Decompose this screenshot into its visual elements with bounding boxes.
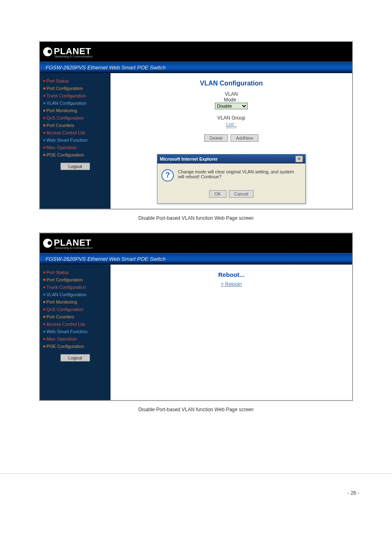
vlan-list-link[interactable]: List : (226, 122, 236, 128)
dialog-title-text: Microsoft Internet Explorer (160, 157, 218, 161)
logo-text: PLANET (54, 46, 91, 56)
logo-subtext: Networking & Communication (55, 55, 92, 58)
mode-label: Mode : (119, 97, 344, 103)
dialog-close-icon[interactable]: × (295, 156, 303, 162)
caption-2: Disable Port-based VLAN function Web Pag… (39, 407, 353, 412)
sidebar-item-poe-config[interactable]: POE Configuration (42, 343, 108, 350)
sidebar-item-vlan-config[interactable]: VLAN Configuration (42, 99, 108, 107)
sidebar-item-qos-config[interactable]: QoS Configuration (42, 306, 108, 313)
relogin-link[interactable]: < Relogin (119, 281, 344, 287)
sidebar-item-trunk-config[interactable]: Trunk Configuration (42, 283, 108, 291)
sidebar-item-port-monitoring[interactable]: Port Monitoring (42, 107, 108, 114)
logo-subtext-2: Networking & Communication (55, 246, 92, 249)
question-icon: ? (161, 169, 174, 182)
sidebar-item-misc[interactable]: Misc Operation (42, 335, 108, 343)
vlan-group-label: VLAN Group (119, 115, 344, 121)
sidebar-item-misc[interactable]: Misc Operation (42, 144, 108, 151)
sidebar-item-qos-config[interactable]: QoS Configuration (42, 114, 108, 122)
sidebar-item-acl[interactable]: Access Control List (42, 129, 108, 136)
sidebar-item-port-status[interactable]: Port Status (42, 77, 108, 85)
page-number: - 26 - (0, 473, 392, 504)
sidebar-item-port-monitoring[interactable]: Port Monitoring (42, 298, 108, 306)
addnew-button[interactable]: AddNew (231, 134, 258, 142)
delete-button[interactable]: Delete (204, 134, 228, 142)
logo-icon (43, 47, 52, 56)
sidebar-item-port-status[interactable]: Port Status (42, 269, 108, 276)
sidebar-item-port-counters[interactable]: Port Counters (42, 122, 108, 129)
app-frame-1: PLANET Networking & Communication FGSW-2… (39, 41, 353, 210)
vlan-mode-select[interactable]: Disable (215, 103, 248, 109)
logo-text-2: PLANET (54, 237, 91, 248)
logout-button[interactable]: Logout (60, 163, 90, 170)
dialog-cancel-button[interactable]: Cancel (229, 190, 254, 198)
vlan-label: VLAN (119, 91, 344, 97)
sidebar-item-web-smart[interactable]: Web Smart Function (42, 136, 108, 144)
logo-2: PLANET Networking & Communication (43, 237, 92, 249)
sidebar-2: Port Status Port Configuration Trunk Con… (40, 265, 111, 400)
dialog-ok-button[interactable]: OK (209, 190, 226, 198)
content-area: VLAN Configuration VLAN Mode : Disable V… (111, 73, 352, 209)
app-frame-2: PLANET Networking & Communication FGSW-2… (39, 233, 353, 401)
dialog-titlebar: Microsoft Internet Explorer × (157, 154, 305, 164)
dialog-message: Change mode will clear original VLAN set… (178, 169, 301, 179)
sidebar-item-port-config[interactable]: Port Configuration (42, 276, 108, 283)
app-header-2: PLANET Networking & Communication (40, 233, 352, 253)
sidebar-item-trunk-config[interactable]: Trunk Configuration (42, 92, 108, 99)
sidebar-item-acl[interactable]: Access Control List (42, 320, 108, 328)
app-header: PLANET Networking & Communication (40, 42, 352, 62)
banner-title-2: FGSW-2620PVS Ethernet Web Smart POE Swit… (46, 256, 166, 262)
sidebar-item-web-smart[interactable]: Web Smart Function (42, 328, 108, 335)
caption-1: Disable Port-based VLAN function Web Pag… (39, 215, 353, 221)
reboot-title: Reboot... (119, 271, 344, 278)
content-area-2: Reboot... < Relogin (111, 265, 352, 400)
banner-2: FGSW-2620PVS Ethernet Web Smart POE Swit… (40, 253, 352, 265)
logo: PLANET Networking & Communication (43, 46, 92, 58)
banner-title: FGSW-2620PVS Ethernet Web Smart POE Swit… (46, 64, 166, 71)
banner: FGSW-2620PVS Ethernet Web Smart POE Swit… (40, 62, 352, 73)
confirm-dialog: Microsoft Internet Explorer × ? Change m… (157, 154, 306, 204)
page-title: VLAN Configuration (119, 80, 344, 87)
logout-button-2[interactable]: Logout (60, 354, 90, 362)
sidebar-item-poe-config[interactable]: POE Configuration (42, 151, 108, 159)
sidebar-item-port-counters[interactable]: Port Counters (42, 313, 108, 320)
sidebar-item-port-config[interactable]: Port Configuration (42, 85, 108, 92)
sidebar-item-vlan-config[interactable]: VLAN Configuration (42, 291, 108, 298)
logo-icon-2 (43, 239, 52, 248)
sidebar: Port Status Port Configuration Trunk Con… (40, 73, 111, 209)
